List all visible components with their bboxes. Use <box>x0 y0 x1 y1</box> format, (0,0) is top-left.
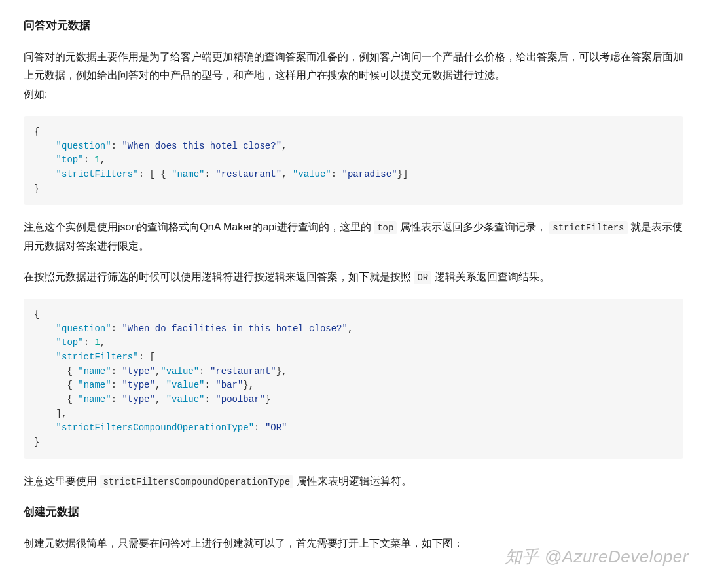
json-key: "strictFilters" <box>56 169 139 179</box>
intro-text: 问答对的元数据主要作用是为了给客户端更加精确的查询答案而准备的，例如客户询问一个… <box>24 51 683 81</box>
json-key: "value" <box>160 366 199 377</box>
json-string: "restaurant" <box>215 169 281 179</box>
json-key: "strictFilters" <box>56 352 139 362</box>
json-key: "strictFiltersCompoundOperationType" <box>56 422 254 433</box>
json-number: 1 <box>94 337 100 348</box>
json-string: "bar" <box>215 380 243 390</box>
json-key: "value" <box>166 380 205 390</box>
text: 注意这个实例是使用json的查询格式向QnA Maker的api进行查询的，这里… <box>24 221 374 232</box>
text: 属性表示返回多少条查询记录， <box>397 221 549 232</box>
inline-code-compound: strictFiltersCompoundOperationType <box>100 475 293 488</box>
json-key: "top" <box>56 337 84 348</box>
code-block-1: { "question": "When does this hotel clos… <box>24 116 683 205</box>
json-string: "When does this hotel close?" <box>122 141 281 151</box>
intro-paragraph: 问答对的元数据主要作用是为了给客户端更加精确的查询答案而准备的，例如客户询问一个… <box>24 48 683 104</box>
inline-code-top: top <box>374 221 397 234</box>
json-key: "value" <box>166 394 205 405</box>
inline-code-or: OR <box>414 271 431 284</box>
json-key: "name" <box>78 394 111 405</box>
json-key: "name" <box>78 366 111 377</box>
text: 注意这里要使用 <box>24 475 100 487</box>
json-key: "value" <box>293 169 331 179</box>
json-number: 1 <box>94 155 100 165</box>
inline-code-strictfilters: strictFilters <box>549 221 627 234</box>
intro-example-label: 例如: <box>24 88 47 100</box>
text: 逻辑关系返回查询结果。 <box>431 271 549 282</box>
section-heading-create: 创建元数据 <box>24 502 683 523</box>
json-string: "type" <box>122 394 154 405</box>
create-paragraph: 创建元数据很简单，只需要在问答对上进行创建就可以了，首先需要打开上下文菜单，如下… <box>24 534 683 553</box>
code-block-2: { "question": "When do facilities in thi… <box>24 299 683 459</box>
json-key: "name" <box>172 169 204 179</box>
json-string: "OR" <box>265 422 287 433</box>
json-string: "poolbar" <box>215 394 265 405</box>
explain-paragraph-1: 注意这个实例是使用json的查询格式向QnA Maker的api进行查询的，这里… <box>24 218 683 256</box>
json-string: "restaurant" <box>210 366 276 377</box>
json-string: "type" <box>122 366 154 377</box>
json-key: "question" <box>56 323 111 334</box>
json-string: "paradise" <box>342 169 397 179</box>
explain-paragraph-2: 在按照元数据进行筛选的时候可以使用逻辑符进行按逻辑来返回答案，如下就是按照 OR… <box>24 268 683 287</box>
json-string: "When do facilities in this hotel close?… <box>122 323 347 334</box>
text: 属性来表明逻辑运算符。 <box>293 475 411 487</box>
json-key: "question" <box>56 141 111 151</box>
section-heading-metadata: 问答对元数据 <box>24 16 683 36</box>
json-string: "type" <box>122 380 154 390</box>
text: 在按照元数据进行筛选的时候可以使用逻辑符进行按逻辑来返回答案，如下就是按照 <box>24 271 414 282</box>
json-key: "top" <box>56 155 84 165</box>
json-key: "name" <box>78 380 111 390</box>
explain-paragraph-3: 注意这里要使用 strictFiltersCompoundOperationTy… <box>24 472 683 491</box>
